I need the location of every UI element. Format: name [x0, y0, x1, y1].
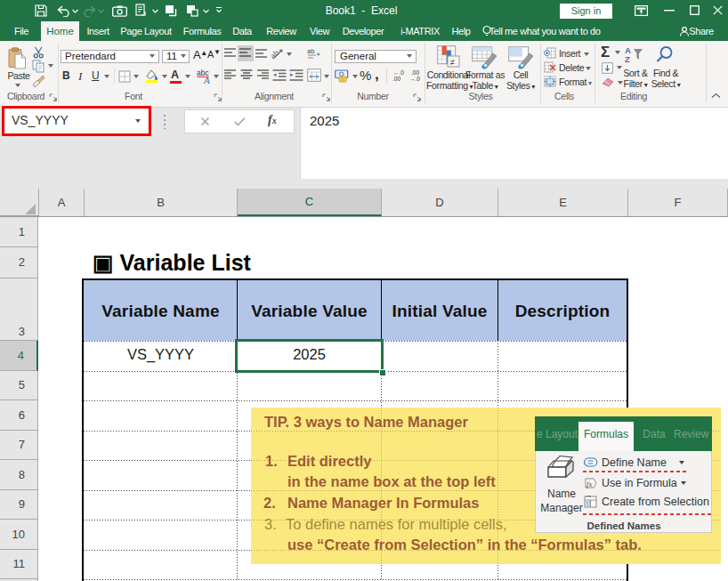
svg-text:A: A — [203, 75, 210, 85]
svg-text:ab: ab — [271, 48, 280, 60]
svg-text:→.0: →.0 — [409, 76, 420, 82]
svg-text:Z: Z — [625, 54, 630, 63]
svg-text:≠: ≠ — [450, 58, 455, 67]
svg-text:ab: ab — [307, 47, 314, 55]
svg-text:.00: .00 — [411, 69, 419, 76]
svg-text:←.0: ←.0 — [393, 69, 404, 76]
svg-text:fx: fx — [586, 480, 593, 488]
svg-text:.00: .00 — [392, 76, 400, 82]
